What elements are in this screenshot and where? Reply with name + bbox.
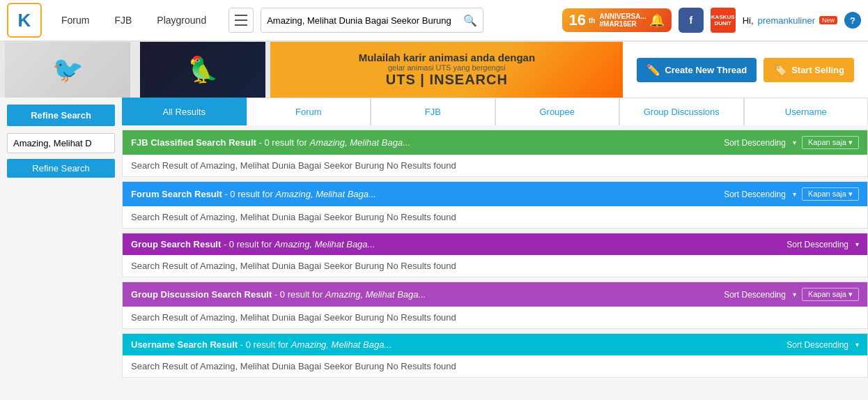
chevron-kapan-icon-forum: ▾ [846,190,853,198]
result-section-group-discussion: Group Discussion Search Result - 0 resul… [122,282,868,329]
anniversary-badge: 16 th ANNIVERSA...#MAR16ER 🔔 [562,8,672,32]
result-title-username: Username Search Result - 0 result for Am… [131,339,392,350]
result-section-forum: Forum Search Result - 0 result for Amazi… [122,181,868,229]
search-panel: Refine Search Refine Search All ResultsF… [0,98,868,378]
sort-label-forum: Sort Descending [724,190,786,199]
logo[interactable]: K [7,3,42,38]
result-header-group-discussion: Group Discussion Search Result - 0 resul… [123,282,867,307]
result-section-group: Group Search Result - 0 result for Amazi… [122,233,868,277]
chevron-sort-icon-group[interactable]: ▾ [855,240,859,248]
bell-icon: 🔔 [649,13,665,28]
chevron-sort-icon-fjb[interactable]: ▾ [793,139,796,146]
banner-headline: Mulailah karir animasi anda dengan [359,52,535,63]
kaskus-badge: KASKUSDUNIT [711,8,736,33]
kapan-saja-button-fjb[interactable]: Kapan saja ▾ [802,136,859,149]
result-body-group-discussion: Search Result of Amazing, Melihat Dunia … [123,307,867,328]
chevron-kapan-icon-fjb: ▾ [846,138,853,146]
banner-subline: gelar animasi UTS yang bergengsi [388,63,506,72]
hamburger-menu[interactable] [228,8,254,33]
anniversary-number: 16 [569,11,586,29]
result-body-username: Search Result of Amazing, Melihat Dunia … [123,355,867,377]
edit-icon: ✏️ [646,63,660,77]
result-title-fjb: FJB Classified Search Result - 0 result … [131,137,410,148]
search-bar: 🔍 [261,8,483,33]
banner-center[interactable]: Mulailah karir animasi anda dengan gelar… [270,42,623,98]
result-header-forum: Forum Search Result - 0 result for Amazi… [123,182,867,206]
result-section-fjb: FJB Classified Search Result - 0 result … [122,130,868,177]
sidebar-search-input[interactable] [7,133,115,153]
result-title-forum: Forum Search Result - 0 result for Amazi… [131,189,376,199]
search-input[interactable] [267,15,463,26]
result-header-group: Group Search Result - 0 result for Amazi… [123,233,867,255]
result-body-group: Search Result of Amazing, Melihat Dunia … [123,255,867,277]
username[interactable]: premankuliner [758,15,815,26]
banner-logo: UTS | INSEARCH [386,72,508,88]
main-content: All ResultsForumFJBGroupeeGroup Discussi… [122,98,868,378]
banner-left: 🐦 🦜 [0,42,270,98]
hamburger-line [235,24,247,26]
user-area: Hi, premankuliner New [743,15,837,26]
refine-search-button-top[interactable]: Refine Search [7,105,115,126]
results-list: FJB Classified Search Result - 0 result … [122,130,868,378]
result-controls-group: Sort Descending▾ [786,240,859,249]
result-header-fjb: FJB Classified Search Result - 0 result … [123,130,867,155]
refine-search-submit[interactable]: Refine Search [7,159,115,178]
banner: 🐦 🦜 Mulailah karir animasi anda dengan g… [0,42,868,98]
create-thread-button[interactable]: ✏️ Create New Thread [637,58,757,82]
tab-fjb[interactable]: FJB [371,98,495,125]
banner-image-1: 🐦 [5,42,130,98]
logo-letter: K [18,10,31,31]
bird-icon-2: 🦜 [187,55,219,84]
sort-label-group: Sort Descending [786,240,848,249]
anniversary-th: th [589,17,595,24]
nav-fjb[interactable]: FJB [102,0,144,41]
search-button[interactable]: 🔍 [463,14,477,27]
tab-groupee[interactable]: Groupee [495,98,620,125]
result-header-username: Username Search Result - 0 result for Am… [123,334,867,355]
result-title-group-discussion: Group Discussion Search Result - 0 resul… [131,289,426,300]
result-controls-group-discussion: Sort Descending▾Kapan saja ▾ [724,288,859,301]
chevron-sort-icon-group-discussion[interactable]: ▾ [793,291,796,298]
chevron-kapan-icon-group-discussion: ▾ [846,290,853,298]
tab-forum[interactable]: Forum [247,98,371,125]
help-icon[interactable]: ? [844,12,861,29]
anniversary-tag: ANNIVERSA...#MAR16ER [599,13,646,28]
result-body-forum: Search Result of Amazing, Melihat Dunia … [123,206,867,228]
result-controls-forum: Sort Descending▾Kapan saja ▾ [724,187,859,201]
tag-icon: 🏷️ [773,63,787,77]
tab-group-discussions[interactable]: Group Discussions [619,98,744,125]
chevron-sort-icon-forum[interactable]: ▾ [793,190,796,198]
sidebar: Refine Search Refine Search [0,98,122,378]
result-title-group: Group Search Result - 0 result for Amazi… [131,239,375,249]
sort-label-username: Sort Descending [786,340,848,350]
result-section-username: Username Search Result - 0 result for Am… [122,333,868,378]
banner-right: ✏️ Create New Thread 🏷️ Start Selling [623,42,868,98]
kapan-saja-button-group-discussion[interactable]: Kapan saja ▾ [802,288,859,301]
tabs-bar: All ResultsForumFJBGroupeeGroup Discussi… [122,98,868,125]
header-right: 16 th ANNIVERSA...#MAR16ER 🔔 f KASKUSDUN… [562,8,861,33]
result-controls-username: Sort Descending▾ [786,340,859,350]
new-badge: New [819,16,837,24]
bird-icon-1: 🐦 [52,55,84,84]
banner-image-2: 🦜 [140,42,265,98]
sort-label-group-discussion: Sort Descending [724,290,786,300]
result-body-fjb: Search Result of Amazing, Melihat Dunia … [123,155,867,176]
start-selling-button[interactable]: 🏷️ Start Selling [764,58,854,82]
user-greeting: Hi, [743,15,754,26]
main-nav: Forum FJB Playground [49,0,219,41]
tab-all[interactable]: All Results [122,98,247,125]
facebook-icon[interactable]: f [679,8,704,33]
kapan-saja-button-forum[interactable]: Kapan saja ▾ [802,187,859,201]
result-controls-fjb: Sort Descending▾Kapan saja ▾ [724,136,859,149]
tab-username[interactable]: Username [744,98,869,125]
hamburger-line [235,15,247,16]
header: K Forum FJB Playground 🔍 16 th ANNIVERSA… [0,0,868,42]
chevron-sort-icon-username[interactable]: ▾ [855,341,859,348]
hamburger-line [235,20,247,21]
nav-forum[interactable]: Forum [49,0,102,41]
sort-label-fjb: Sort Descending [724,138,786,148]
nav-playground[interactable]: Playground [144,0,219,41]
